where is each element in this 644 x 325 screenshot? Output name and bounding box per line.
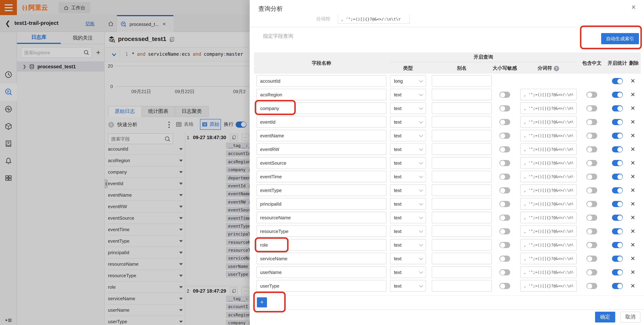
contains-chinese-toggle-off[interactable] [586, 105, 597, 111]
delete-row-icon[interactable]: × [628, 227, 638, 236]
contains-chinese-toggle-off[interactable] [586, 283, 597, 289]
delimiter-input[interactable] [520, 143, 577, 155]
delimiter-input[interactable] [520, 116, 577, 128]
alias-input[interactable] [432, 253, 492, 264]
alias-input[interactable] [432, 225, 492, 237]
enable-statistics-toggle-on[interactable] [612, 228, 623, 234]
delimiter-input[interactable] [520, 253, 577, 264]
delete-row-icon[interactable]: × [628, 281, 638, 291]
type-select[interactable]: text [390, 280, 426, 292]
field-name-input[interactable] [256, 225, 386, 237]
delete-row-icon[interactable]: × [628, 158, 638, 168]
alias-input[interactable] [432, 102, 492, 114]
contains-chinese-toggle-off[interactable] [586, 146, 597, 152]
enable-statistics-toggle-on[interactable] [612, 283, 623, 289]
field-name-input[interactable] [256, 89, 386, 100]
alias-input[interactable] [432, 184, 492, 196]
case-sensitive-toggle-off[interactable] [499, 256, 510, 262]
case-sensitive-toggle-off[interactable] [499, 215, 510, 221]
alias-input[interactable] [432, 198, 492, 210]
auto-generate-index-button[interactable]: 自动生成索引 [601, 33, 639, 44]
contains-chinese-toggle-off[interactable] [586, 92, 597, 98]
enable-statistics-toggle-on[interactable] [612, 187, 623, 193]
close-icon[interactable]: × [629, 3, 638, 11]
enable-statistics-toggle-on[interactable] [612, 160, 623, 166]
field-name-input[interactable] [256, 75, 386, 87]
delimiter-input[interactable] [520, 212, 577, 223]
alias-input[interactable] [432, 280, 492, 292]
delete-row-icon[interactable]: × [628, 240, 638, 250]
enable-statistics-toggle-on[interactable] [612, 201, 623, 207]
field-name-input[interactable] [256, 198, 386, 210]
field-name-input[interactable] [256, 239, 386, 251]
type-select[interactable]: text [390, 116, 426, 128]
enable-statistics-toggle-on[interactable] [612, 146, 623, 152]
delete-row-icon[interactable]: × [628, 145, 638, 154]
case-sensitive-toggle-off[interactable] [499, 146, 510, 152]
field-name-input[interactable] [256, 116, 386, 128]
field-name-input[interactable] [256, 157, 386, 169]
delimiter-input[interactable] [520, 157, 577, 169]
type-select[interactable]: text [390, 184, 426, 196]
type-select[interactable]: text [390, 89, 426, 100]
type-select[interactable]: text [390, 253, 426, 264]
delimiter-input[interactable] [520, 102, 577, 114]
delete-row-icon[interactable]: × [628, 186, 638, 195]
contains-chinese-toggle-off[interactable] [586, 242, 597, 248]
cancel-button[interactable]: 取消 [620, 312, 640, 323]
case-sensitive-toggle-off[interactable] [499, 160, 510, 166]
type-select[interactable]: text [390, 225, 426, 237]
case-sensitive-toggle-off[interactable] [499, 119, 510, 125]
case-sensitive-toggle-off[interactable] [499, 201, 510, 207]
alias-input[interactable] [432, 130, 492, 141]
alias-input[interactable] [432, 266, 492, 278]
contains-chinese-toggle-off[interactable] [586, 174, 597, 180]
type-select[interactable]: text [390, 198, 426, 210]
alias-input[interactable] [432, 212, 492, 223]
add-field-button[interactable]: + [257, 297, 267, 307]
confirm-button[interactable]: 确定 [595, 312, 615, 323]
alias-input[interactable] [432, 89, 492, 100]
enable-statistics-toggle-on[interactable] [612, 119, 623, 125]
delimiter-input[interactable] [520, 130, 577, 141]
field-name-input[interactable] [256, 102, 386, 114]
delimiter-input[interactable] [520, 239, 577, 251]
contains-chinese-toggle-off[interactable] [586, 215, 597, 221]
case-sensitive-toggle-off[interactable] [499, 242, 510, 248]
enable-statistics-toggle-on[interactable] [612, 105, 623, 111]
delimiter-input[interactable] [520, 171, 577, 182]
enable-statistics-toggle-on[interactable] [612, 92, 623, 98]
alias-input[interactable] [432, 171, 492, 182]
case-sensitive-toggle-off[interactable] [499, 174, 510, 180]
delete-row-icon[interactable]: × [628, 199, 638, 209]
type-select[interactable]: text [390, 239, 426, 251]
contains-chinese-toggle-off[interactable] [586, 269, 597, 275]
type-select[interactable]: text [390, 266, 426, 278]
alias-input[interactable] [432, 157, 492, 169]
contains-chinese-toggle-off[interactable] [586, 133, 597, 139]
enable-statistics-toggle-on[interactable] [612, 256, 623, 262]
delimiter-input[interactable] [520, 198, 577, 210]
delimiter-input[interactable] [520, 89, 577, 100]
type-select[interactable]: text [390, 130, 426, 141]
type-select[interactable]: text [390, 157, 426, 169]
alias-input[interactable] [432, 143, 492, 155]
delimiter-input[interactable] [520, 266, 577, 278]
delimiter-input[interactable] [520, 225, 577, 237]
alias-input[interactable] [432, 116, 492, 128]
delete-row-icon[interactable]: × [628, 90, 638, 99]
enable-statistics-toggle-on[interactable] [612, 215, 623, 221]
delete-row-icon[interactable]: × [628, 172, 638, 181]
delete-row-icon[interactable]: × [628, 117, 638, 127]
delete-row-icon[interactable]: × [628, 254, 638, 263]
field-name-input[interactable] [256, 266, 386, 278]
type-select[interactable]: text [390, 102, 426, 114]
field-name-input[interactable] [256, 184, 386, 196]
enable-statistics-toggle-on[interactable] [612, 174, 623, 180]
field-name-input[interactable] [256, 171, 386, 182]
field-name-input[interactable] [256, 212, 386, 223]
case-sensitive-toggle-off[interactable] [499, 92, 510, 98]
contains-chinese-toggle-off[interactable] [586, 228, 597, 234]
type-select[interactable]: text [390, 143, 426, 155]
case-sensitive-toggle-off[interactable] [499, 269, 510, 275]
